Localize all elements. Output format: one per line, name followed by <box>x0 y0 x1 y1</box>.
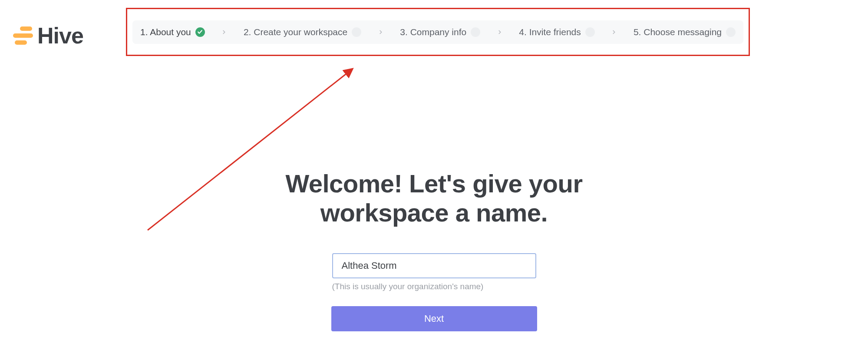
step-create-workspace[interactable]: 2. Create your workspace <box>244 27 361 37</box>
onboarding-stepper: 1. About you 2. Create your workspace 3.… <box>132 20 743 44</box>
brand-name: Hive <box>37 23 83 49</box>
status-dot-icon <box>585 27 595 37</box>
step-label: 2. Create your workspace <box>244 27 347 37</box>
chevron-right-icon <box>221 29 227 35</box>
chevron-right-icon <box>497 29 503 35</box>
step-choose-messaging[interactable]: 5. Choose messaging <box>634 27 736 37</box>
step-label: 5. Choose messaging <box>634 27 722 37</box>
hive-icon <box>13 26 33 45</box>
onboarding-main: Welcome! Let's give your workspace a nam… <box>239 169 630 331</box>
step-label: 1. About you <box>140 27 191 37</box>
chevron-right-icon <box>378 29 384 35</box>
step-about-you[interactable]: 1. About you <box>140 27 205 37</box>
onboarding-stepper-highlight: 1. About you 2. Create your workspace 3.… <box>126 8 750 56</box>
brand-logo: Hive <box>13 23 83 49</box>
step-label: 4. Invite friends <box>519 27 581 37</box>
check-icon <box>195 27 205 37</box>
status-dot-icon <box>471 27 480 37</box>
status-dot-icon <box>352 27 361 37</box>
workspace-name-input[interactable] <box>332 253 536 278</box>
page-heading: Welcome! Let's give your workspace a nam… <box>239 169 630 227</box>
step-label: 3. Company info <box>400 27 466 37</box>
next-button[interactable]: Next <box>331 306 537 331</box>
workspace-name-hint: (This is usually your organization's nam… <box>332 282 536 291</box>
step-company-info[interactable]: 3. Company info <box>400 27 480 37</box>
status-dot-icon <box>726 27 736 37</box>
step-invite-friends[interactable]: 4. Invite friends <box>519 27 594 37</box>
chevron-right-icon <box>611 29 617 35</box>
